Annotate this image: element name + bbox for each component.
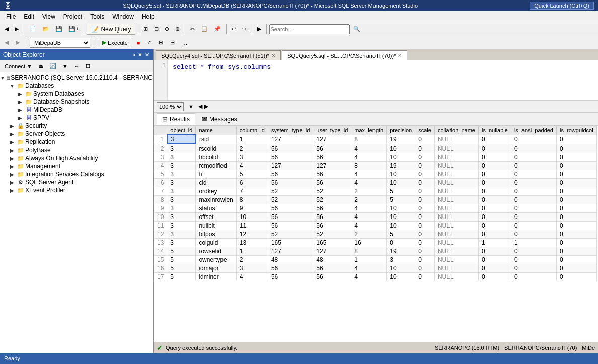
cell-sys-type[interactable]: 127 [268, 135, 313, 144]
security-toggle[interactable]: ▶ [8, 123, 16, 129]
cell-object-id[interactable]: 5 [167, 273, 196, 281]
col-max-length[interactable]: max_length [351, 126, 387, 135]
cell-ansi[interactable]: 0 [511, 144, 556, 153]
table-row[interactable]: 13rsid11271278190NULL000 [154, 135, 597, 144]
cell-rowguid[interactable]: 0 [557, 230, 597, 239]
cell-user-type[interactable]: 56 [313, 273, 351, 281]
cell-nullable[interactable]: 0 [478, 162, 511, 170]
cell-ansi[interactable]: 0 [511, 196, 556, 204]
cell-rowguid[interactable]: 0 [557, 187, 597, 196]
table-row[interactable]: 63cid656564100NULL000 [154, 179, 597, 187]
cell-scale[interactable]: 0 [415, 153, 435, 162]
cell-rowguid[interactable]: 0 [557, 153, 597, 162]
cell-nullable[interactable]: 0 [478, 153, 511, 162]
cell-object-id[interactable]: 3 [167, 135, 196, 144]
cell-object-id[interactable]: 3 [167, 239, 196, 247]
tab-messages[interactable]: ✉ Messages [196, 113, 243, 125]
cell-column-id[interactable]: 4 [236, 162, 268, 170]
table-row[interactable]: 83maxinrowlen85252250NULL000 [154, 196, 597, 204]
xevent-toggle[interactable]: ▶ [8, 188, 16, 193]
cell-nullable[interactable]: 0 [478, 170, 511, 179]
cell-object-id[interactable]: 3 [167, 170, 196, 179]
scroll-left[interactable]: ◀ [198, 103, 202, 110]
cell-precision[interactable]: 19 [387, 162, 415, 170]
cell-max-len[interactable]: 4 [351, 273, 387, 281]
tb2-extra2[interactable]: ⊟ [168, 38, 177, 47]
cell-object-id[interactable]: 3 [167, 196, 196, 204]
open-button[interactable]: 📂 [40, 24, 52, 34]
tree-item-polybase[interactable]: ▶ 📁 PolyBase [0, 146, 153, 154]
cell-precision[interactable]: 10 [387, 204, 415, 213]
cell-collation[interactable]: NULL [434, 187, 478, 196]
cell-precision[interactable]: 10 [387, 179, 415, 187]
menu-view[interactable]: View [38, 12, 59, 21]
table-row[interactable]: 23rscolid256564100NULL000 [154, 144, 597, 153]
cell-user-type[interactable]: 56 [313, 153, 351, 162]
sppv-toggle[interactable]: ▶ [16, 115, 24, 121]
scroll-right[interactable]: ▶ [204, 103, 208, 110]
cell-user-type[interactable]: 56 [313, 204, 351, 213]
tree-item-server[interactable]: ▼ 🖥 SERRANOPC (SQL Server 15.0.2110.4 - … [0, 74, 153, 82]
cell-ansi[interactable]: 0 [511, 247, 556, 256]
oe-arrow[interactable]: ▼ [137, 52, 143, 58]
cell-scale[interactable]: 0 [415, 273, 435, 281]
col-column-id[interactable]: column_id [236, 126, 268, 135]
cell-precision[interactable]: 10 [387, 264, 415, 273]
code-content[interactable]: select * from sys.columns [172, 62, 596, 72]
cell-nullable[interactable]: 0 [478, 204, 511, 213]
cell-sys-type[interactable]: 165 [268, 239, 313, 247]
cell-column-id[interactable]: 12 [236, 230, 268, 239]
cell-precision[interactable]: 10 [387, 222, 415, 230]
menu-help[interactable]: Help [138, 12, 159, 21]
cell-user-type[interactable]: 52 [313, 196, 351, 204]
cell-scale[interactable]: 0 [415, 196, 435, 204]
cell-object-id[interactable]: 3 [167, 213, 196, 222]
cell-scale[interactable]: 0 [415, 247, 435, 256]
cell-object-id[interactable]: 3 [167, 162, 196, 170]
cell-nullable[interactable]: 0 [478, 135, 511, 144]
oe-collapse-button[interactable]: ⊟ [83, 61, 93, 71]
cell-collation[interactable]: NULL [434, 256, 478, 264]
cell-rowguid[interactable]: 0 [557, 239, 597, 247]
oe-refresh-button[interactable]: 🔄 [47, 61, 59, 71]
cell-object-id[interactable]: 5 [167, 256, 196, 264]
cell-user-type[interactable]: 56 [313, 222, 351, 230]
col-user-type-id[interactable]: user_type_id [313, 126, 351, 135]
tree-item-server-objects[interactable]: ▶ 📁 Server Objects [0, 130, 153, 138]
cell-scale[interactable]: 0 [415, 256, 435, 264]
redo-button[interactable]: ↪ [240, 24, 249, 34]
tree-item-management[interactable]: ▶ 📁 Management [0, 162, 153, 170]
cell-rowguid[interactable]: 0 [557, 162, 597, 170]
tree-item-databases[interactable]: ▼ 📁 Databases [0, 82, 153, 90]
mgmt-toggle[interactable]: ▶ [8, 164, 16, 169]
cell-max-len[interactable]: 4 [351, 213, 387, 222]
cell-precision[interactable]: 10 [387, 213, 415, 222]
cell-ansi[interactable]: 0 [511, 170, 556, 179]
col-collation-name[interactable]: collation_name [434, 126, 478, 135]
cell-sys-type[interactable]: 56 [268, 204, 313, 213]
polybase-toggle[interactable]: ▶ [8, 148, 16, 153]
cell-precision[interactable]: 10 [387, 273, 415, 281]
cell-ansi[interactable]: 0 [511, 273, 556, 281]
tree-item-integration[interactable]: ▶ 📁 Integration Services Catalogs [0, 170, 153, 178]
cell-name[interactable]: rcmodified [196, 162, 236, 170]
cell-column-id[interactable]: 4 [236, 273, 268, 281]
cell-user-type[interactable]: 56 [313, 144, 351, 153]
cell-precision[interactable]: 0 [387, 239, 415, 247]
cell-max-len[interactable]: 2 [351, 196, 387, 204]
cell-precision[interactable]: 5 [387, 196, 415, 204]
cell-max-len[interactable]: 8 [351, 247, 387, 256]
cell-max-len[interactable]: 8 [351, 162, 387, 170]
cell-user-type[interactable]: 127 [313, 247, 351, 256]
sys-db-toggle[interactable]: ▶ [16, 91, 24, 97]
cell-user-type[interactable]: 56 [313, 179, 351, 187]
cell-ansi[interactable]: 0 [511, 264, 556, 273]
paste-button[interactable]: 📌 [211, 24, 223, 34]
cell-name[interactable]: ordkey [196, 187, 236, 196]
search-button[interactable]: 🔍 [351, 24, 363, 34]
cell-ansi[interactable]: 0 [511, 162, 556, 170]
oe-sync-button[interactable]: ↔ [71, 62, 82, 71]
cell-rowguid[interactable]: 0 [557, 179, 597, 187]
cell-precision[interactable]: 3 [387, 256, 415, 264]
tb2-extra3[interactable]: … [179, 38, 190, 47]
